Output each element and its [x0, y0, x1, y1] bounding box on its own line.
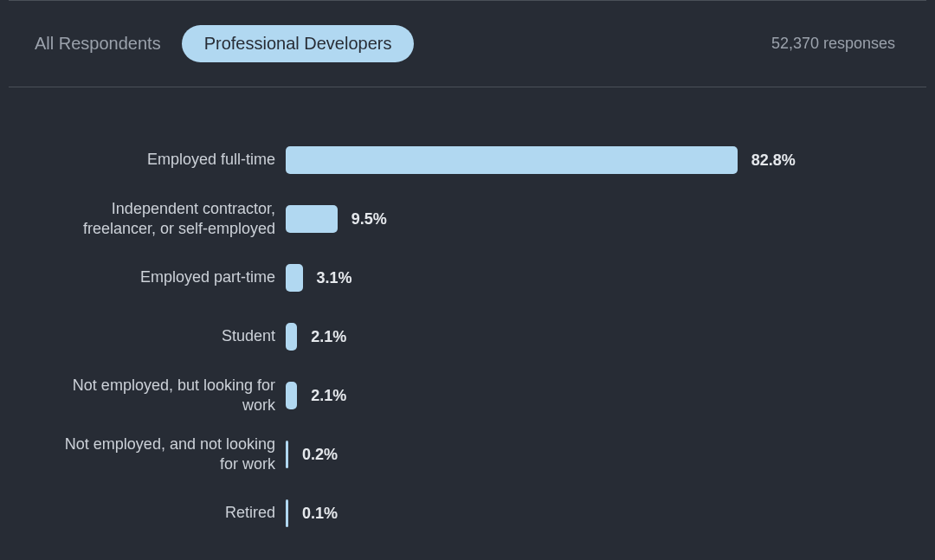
bar-area: 0.2% [286, 441, 892, 468]
chart-row: Retired 0.1% [43, 492, 892, 534]
chart-label: Not employed, and not looking for work [43, 434, 286, 475]
chart-label: Employed full-time [43, 150, 286, 170]
chart-row: Not employed, and not looking for work 0… [43, 434, 892, 475]
chart-bar [286, 205, 338, 233]
tab-professional-developers[interactable]: Professional Developers [182, 25, 415, 62]
response-count: 52,370 responses [771, 35, 900, 53]
chart-value: 0.1% [302, 505, 338, 523]
header-row: All Respondents Professional Developers … [9, 1, 926, 87]
bar-area: 9.5% [286, 205, 892, 233]
chart-row: Employed full-time 82.8% [43, 139, 892, 181]
chart-area: Employed full-time 82.8% Independent con… [9, 87, 926, 560]
chart-bar [286, 441, 288, 468]
chart-label: Employed part-time [43, 267, 286, 287]
chart-label: Not employed, but looking for work [43, 376, 286, 416]
tabs: All Respondents Professional Developers [35, 25, 414, 62]
bar-area: 2.1% [286, 382, 892, 409]
chart-label: Student [43, 326, 286, 346]
chart-bar [286, 264, 303, 292]
tab-all-respondents[interactable]: All Respondents [35, 25, 161, 62]
bar-area: 0.1% [286, 499, 892, 527]
chart-row: Independent contractor, freelancer, or s… [43, 198, 892, 240]
chart-value: 0.2% [302, 446, 338, 464]
chart-label: Retired [43, 503, 286, 523]
bar-area: 2.1% [286, 323, 892, 351]
chart-value: 2.1% [311, 387, 346, 405]
bar-area: 82.8% [286, 146, 892, 174]
chart-value: 3.1% [317, 269, 352, 287]
chart-bar [286, 323, 297, 351]
chart-row: Not employed, but looking for work 2.1% [43, 375, 892, 416]
chart-value: 2.1% [311, 328, 346, 346]
chart-row: Student 2.1% [43, 316, 892, 357]
chart-label: Independent contractor, freelancer, or s… [43, 199, 286, 240]
chart-bar [286, 146, 738, 174]
chart-row: Employed part-time 3.1% [43, 257, 892, 299]
chart-value: 9.5% [351, 210, 387, 229]
chart-bar [286, 382, 297, 409]
chart-value: 82.8% [751, 151, 796, 170]
chart-bar [286, 499, 288, 527]
bar-area: 3.1% [286, 264, 892, 292]
